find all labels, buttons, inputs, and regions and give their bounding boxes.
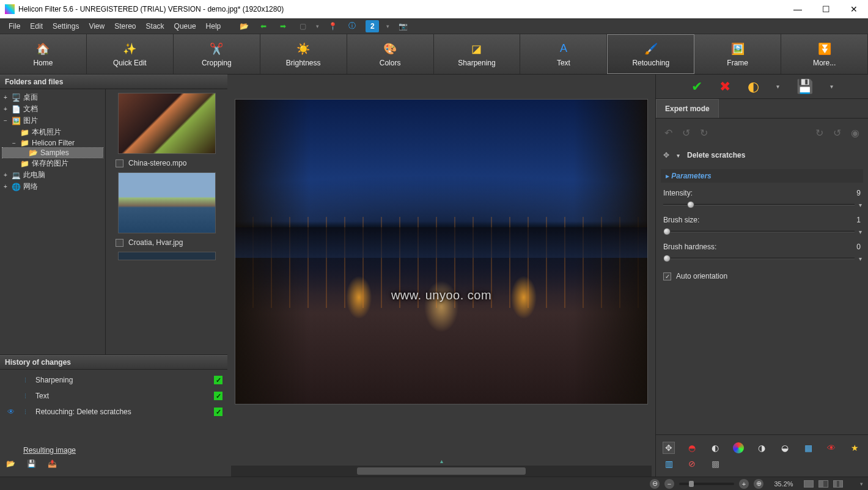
chevron-down-icon[interactable]: ▾ — [859, 255, 862, 262]
expand-icon[interactable]: + — [2, 183, 9, 190]
contrast1-icon[interactable]: ◐ — [710, 442, 721, 453]
tree-node[interactable]: +💻此电脑 — [2, 169, 103, 181]
menu-stack[interactable]: Stack — [141, 20, 169, 33]
chevron-down-icon[interactable]: ▾ — [860, 481, 863, 487]
export-icon[interactable]: 📤 — [48, 459, 61, 473]
checked-icon[interactable]: ✓ — [214, 392, 223, 400]
thumbnail-item[interactable] — [108, 93, 225, 154]
tab-text[interactable]: AText — [520, 34, 607, 74]
tab-cropping[interactable]: ✂️Cropping — [174, 34, 260, 74]
undo-icon[interactable]: ↶ — [664, 127, 672, 139]
slider[interactable]: ▾ — [663, 254, 861, 263]
tab-sharpening[interactable]: ◪Sharpening — [434, 34, 521, 74]
undo-step-icon[interactable]: ↺ — [682, 127, 690, 139]
slider[interactable]: ▾ — [663, 227, 861, 236]
maximize-button[interactable]: ☐ — [812, 0, 840, 18]
info-icon[interactable]: ⓘ — [346, 20, 358, 32]
crop-tool-icon[interactable]: ▥ — [663, 458, 674, 469]
menu-queue[interactable]: Queue — [169, 20, 201, 33]
checker-tool-icon[interactable]: ▩ — [710, 458, 721, 469]
tab-expert-mode[interactable]: Expert mode — [656, 99, 719, 118]
history-item[interactable]: ⸽Sharpening✓ — [5, 372, 223, 388]
dropdown-icon[interactable]: ▾ — [677, 152, 680, 159]
folder-tree[interactable]: +🖥️桌面+📄文档−🖼️图片📁本机照片−📁Helicon Filter📂Samp… — [0, 89, 105, 354]
tab-quick-edit[interactable]: ✨Quick Edit — [87, 34, 174, 74]
chevron-down-icon[interactable]: ▾ — [859, 229, 862, 235]
tree-node[interactable]: +📄文档 — [2, 103, 103, 115]
zoom-out-icon[interactable]: − — [664, 479, 674, 489]
tab-brightness[interactable]: ☀️Brightness — [260, 34, 347, 74]
monitor-icon[interactable]: 2 — [366, 20, 379, 32]
checked-icon[interactable]: ✓ — [214, 408, 223, 416]
move-handle-icon[interactable]: ✥ — [663, 151, 669, 159]
box-icon[interactable]: ▢ — [296, 20, 309, 32]
thumbnail-item[interactable]: Croatia, Hvar.jpg — [108, 237, 225, 248]
expand-icon[interactable]: − — [2, 117, 9, 124]
expand-icon[interactable]: ▸ — [666, 172, 669, 180]
tree-node[interactable]: +🌐网络 — [2, 181, 103, 192]
revert-icon[interactable]: ◐ — [748, 79, 759, 95]
apply-check-icon[interactable]: ✔ — [691, 79, 702, 95]
auto-orientation-checkbox[interactable]: ✓ Auto orientation — [663, 272, 861, 280]
layout-split-icon[interactable] — [818, 480, 828, 488]
dropdown-icon[interactable]: ▾ — [386, 23, 389, 29]
resulting-image-link[interactable]: Resulting image — [0, 444, 227, 456]
tab-retouching[interactable]: 🖌️Retouching — [607, 34, 694, 74]
next-arrow-icon[interactable]: ➡ — [277, 20, 289, 32]
checkbox-icon[interactable] — [116, 239, 123, 247]
layout-grid-icon[interactable] — [833, 480, 843, 488]
eye-icon[interactable]: 👁 — [7, 408, 15, 416]
menu-file[interactable]: File — [4, 20, 25, 33]
save-disk-icon[interactable]: 💾 — [796, 79, 813, 95]
checked-icon[interactable]: ✓ — [214, 376, 223, 384]
thumbnail-item[interactable] — [108, 252, 225, 260]
rotate-ccw-icon[interactable]: ↺ — [833, 127, 841, 139]
tab-colors[interactable]: 🎨Colors — [347, 34, 434, 74]
tree-node[interactable]: −📁Helicon Filter — [2, 138, 103, 148]
menu-help[interactable]: Help — [201, 20, 226, 33]
tree-node[interactable]: 📁保存的图片 — [2, 158, 103, 169]
dropdown-icon[interactable]: ▾ — [316, 23, 319, 29]
menu-stereo[interactable]: Stereo — [109, 20, 141, 33]
zoom-in-icon[interactable]: + — [739, 479, 749, 489]
zoom-slider[interactable] — [679, 483, 734, 485]
expand-icon[interactable]: − — [11, 140, 17, 147]
contrast3-icon[interactable]: ◒ — [779, 442, 790, 453]
dropdown-icon[interactable]: ▾ — [776, 83, 779, 90]
thumbnails-panel[interactable]: China-stereo.mpo Croatia, Hvar.jpg — [106, 89, 227, 354]
tree-node[interactable]: −🖼️图片 — [2, 115, 103, 126]
undo-folder-icon[interactable]: 📂 — [6, 459, 20, 473]
color-brush-icon[interactable]: ◓ — [686, 442, 697, 453]
zoom-out-full-icon[interactable]: ⊖ — [650, 479, 660, 489]
menu-edit[interactable]: Edit — [25, 20, 48, 33]
menu-settings[interactable]: Settings — [48, 20, 84, 33]
pin-icon[interactable]: 📍 — [326, 20, 339, 32]
history-item[interactable]: ⸽Text✓ — [5, 388, 223, 404]
history-item[interactable]: 👁⸽Retouching: Delete scratches✓ — [5, 404, 223, 420]
image-tool-icon[interactable]: ▦ — [803, 442, 814, 453]
expand-icon[interactable]: + — [2, 94, 9, 101]
tab-home[interactable]: 🏠Home — [0, 34, 87, 74]
expand-icon[interactable]: + — [2, 172, 9, 178]
thumbnail-item[interactable]: China-stereo.mpo — [108, 158, 225, 169]
redo-step-icon[interactable]: ↻ — [700, 127, 708, 139]
image-canvas[interactable]: www. unyoo. com — [235, 99, 648, 404]
move-tool-icon[interactable]: ✥ — [663, 442, 674, 453]
tab-frame[interactable]: 🖼️Frame — [694, 34, 781, 74]
horizontal-scrollbar[interactable] — [231, 466, 652, 477]
tree-node[interactable]: 📂Samples — [2, 148, 103, 158]
checkbox-icon[interactable] — [116, 159, 123, 167]
rotate-cw-icon[interactable]: ↻ — [815, 127, 823, 139]
rgb-circle-icon[interactable] — [733, 442, 744, 453]
dropdown-icon[interactable]: ▾ — [830, 83, 833, 90]
open-folder-icon[interactable]: 📂 — [238, 20, 250, 32]
camera-icon[interactable]: 📷 — [397, 20, 409, 32]
minimize-button[interactable]: — — [784, 0, 812, 18]
expand-icon[interactable]: + — [2, 106, 9, 112]
tab-more-[interactable]: ⏬More... — [781, 34, 868, 74]
cancel-x-icon[interactable]: ✖ — [719, 79, 730, 95]
globe-icon[interactable]: ◉ — [851, 127, 859, 139]
tree-node[interactable]: 📁本机照片 — [2, 126, 103, 138]
close-button[interactable]: ✕ — [840, 0, 868, 18]
prev-arrow-icon[interactable]: ⬅ — [257, 20, 270, 32]
